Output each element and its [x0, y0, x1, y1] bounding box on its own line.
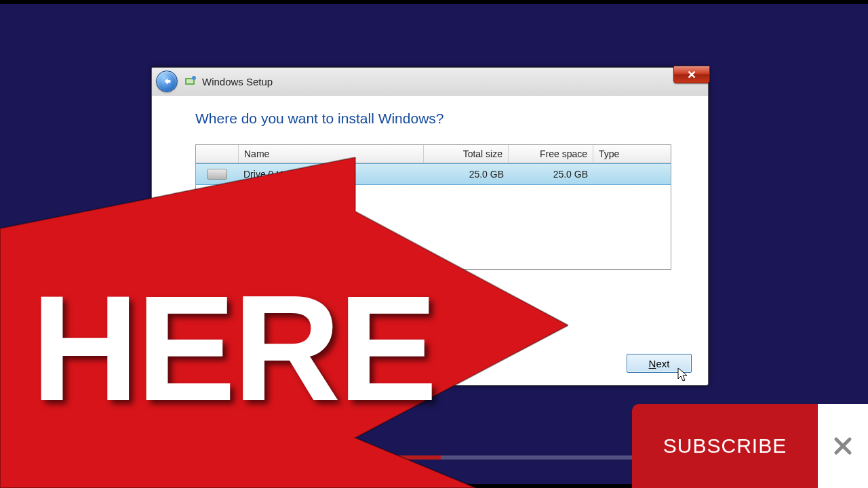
next-rest: ext: [656, 358, 669, 369]
subscribe-widget: SUBSCRIBE: [632, 404, 868, 488]
windows-setup-window: Windows Setup Where do you want to insta…: [151, 67, 709, 386]
seekbar-fill: [0, 455, 441, 460]
subscribe-button[interactable]: SUBSCRIBE: [632, 404, 818, 488]
row-total: 25.0 GB: [425, 169, 509, 180]
partition-table[interactable]: Name Total size Free space Type Drive 0 …: [195, 144, 671, 270]
row-name: Drive 0 Unallocated Space: [238, 169, 425, 180]
close-icon: [688, 70, 696, 79]
next-button[interactable]: Next: [627, 354, 692, 373]
new-icon: [313, 280, 324, 291]
cursor-icon: [152, 298, 163, 312]
drive-icon: [207, 169, 227, 180]
col-total: Total size: [424, 145, 509, 163]
subscribe-dismiss-button[interactable]: [818, 404, 868, 488]
desktop: Windows Setup Where do you want to insta…: [0, 0, 868, 488]
new-link[interactable]: New: [313, 279, 349, 291]
col-type: Type: [593, 145, 671, 163]
page-title: Where do you want to install Windows?: [195, 110, 681, 127]
titlebar: Windows Setup: [152, 68, 708, 96]
disk-links: New: [198, 279, 681, 291]
window-content: Where do you want to install Windows? Na…: [152, 96, 708, 298]
window-title: Windows Setup: [202, 76, 273, 87]
table-header: Name Total size Free space Type: [196, 145, 671, 163]
next-accel: N: [649, 358, 656, 369]
table-body: Drive 0 Unallocated Space 25.0 GB 25.0 G…: [196, 163, 671, 269]
svg-point-4: [192, 76, 196, 80]
table-row[interactable]: Drive 0 Unallocated Space 25.0 GB 25.0 G…: [196, 163, 671, 185]
back-button[interactable]: [156, 70, 178, 92]
app-icon: [184, 75, 197, 87]
dismiss-icon: [833, 436, 853, 456]
row-free: 25.0 GB: [509, 169, 593, 180]
col-name: Name: [239, 145, 424, 163]
letterbox-top: [0, 0, 868, 4]
back-arrow-icon: [161, 76, 172, 87]
subscribe-label: SUBSCRIBE: [663, 434, 787, 458]
col-free: Free space: [509, 145, 593, 163]
new-label: New: [328, 279, 349, 291]
svg-rect-3: [186, 79, 193, 83]
close-button[interactable]: [673, 66, 710, 83]
